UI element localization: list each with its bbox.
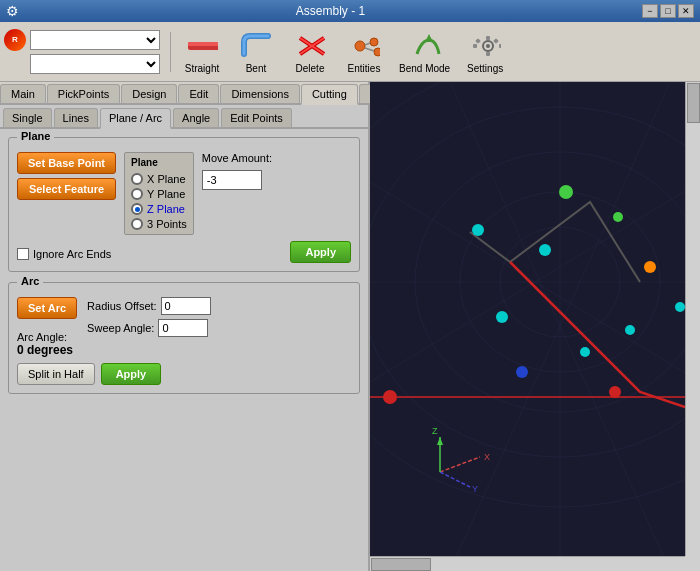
arc-angle-section: Arc Angle: 0 degrees [17,331,77,357]
radio-x-plane[interactable]: X Plane [131,173,187,185]
svg-line-10 [365,48,374,51]
tab-edit[interactable]: Edit [178,84,219,103]
move-amount-input[interactable] [202,170,262,190]
canvas-area: X Y Z [370,82,700,571]
toolbar-left: R [4,29,160,75]
tab-dimensions[interactable]: Dimensions [220,84,299,103]
radio-3-points[interactable]: 3 Points [131,218,187,230]
tab-main[interactable]: Main [0,84,46,103]
toolbar-dropdown-1[interactable] [30,30,160,50]
straight-button[interactable]: Straight [177,28,227,76]
scroll-thumb-h[interactable] [371,558,431,571]
bend-mode-button[interactable]: Bend Mode [393,28,456,76]
split-in-half-button[interactable]: Split in Half [17,363,95,385]
bent-button[interactable]: Bent [231,28,281,76]
svg-marker-11 [425,34,433,42]
arc-buttons: Split in Half Apply [17,363,351,385]
svg-text:X: X [484,452,490,462]
close-button[interactable]: ✕ [678,4,694,18]
svg-rect-14 [486,36,490,40]
window-controls: − □ ✕ [642,4,694,18]
app-logo: R [4,29,26,51]
radius-offset-label: Radius Offset: [87,300,157,312]
svg-rect-20 [370,82,700,571]
radio-z-label: Z Plane [147,203,185,215]
ignore-arc-ends-label: Ignore Arc Ends [33,248,111,260]
scroll-thumb-v[interactable] [687,83,700,123]
entities-label: Entities [348,63,381,74]
delete-label: Delete [296,63,325,74]
radio-3-label: 3 Points [147,218,187,230]
subtab-bar: Single Lines Plane / Arc Angle Edit Poin… [0,105,368,129]
subtab-angle[interactable]: Angle [173,108,219,127]
bend-mode-label: Bend Mode [399,63,450,74]
minimize-button[interactable]: − [642,4,658,18]
settings-button[interactable]: Settings [460,28,510,76]
arc-group-title: Arc [17,275,43,287]
radio-y-plane[interactable]: Y Plane [131,188,187,200]
svg-rect-17 [499,44,501,48]
radio-3-dot [131,218,143,230]
subtab-lines[interactable]: Lines [54,108,98,127]
canvas-svg: X Y Z [370,82,700,571]
arc-right: Radius Offset: Sweep Angle: [87,297,211,337]
set-base-point-button[interactable]: Set Base Point [17,152,116,174]
svg-rect-18 [475,38,481,44]
svg-point-9 [374,48,380,56]
plane-buttons: Set Base Point Select Feature [17,152,116,235]
radio-z-plane[interactable]: Z Plane [131,203,187,215]
main-area: Main PickPoints Design Edit Dimensions C… [0,82,700,571]
svg-line-8 [365,43,370,45]
arc-angle-value: 0 degrees [17,343,77,357]
scrollbar-horizontal[interactable] [370,556,685,571]
point-6 [675,302,685,312]
radius-offset-row: Radius Offset: [87,297,211,315]
subtab-single[interactable]: Single [3,108,52,127]
point-7 [559,185,573,199]
plane-group: Plane Set Base Point Select Feature Plan… [8,137,360,272]
svg-point-7 [370,38,378,46]
entities-button[interactable]: Entities [339,28,389,76]
sweep-angle-row: Sweep Angle: [87,319,211,337]
move-amount-label: Move Amount: [202,152,272,164]
toolbar-dropdown-2[interactable] [30,54,160,74]
radius-offset-input[interactable] [161,297,211,315]
straight-label: Straight [185,63,219,74]
tab-cutting[interactable]: Cutting [301,84,358,105]
point-4 [580,347,590,357]
svg-text:Z: Z [432,426,438,436]
point-8 [613,212,623,222]
plane-group-title: Plane [17,130,54,142]
settings-label: Settings [467,63,503,74]
bent-label: Bent [246,63,267,74]
point-9 [516,366,528,378]
arc-left: Set Arc Arc Angle: 0 degrees [17,297,77,357]
bent-icon [240,30,272,62]
title-bar: ⚙ Assembly - 1 − □ ✕ [0,0,700,22]
svg-rect-16 [473,44,477,48]
delete-icon [294,30,326,62]
left-panel: Main PickPoints Design Edit Dimensions C… [0,82,370,571]
toolbar: R Straight Bent [0,22,700,82]
point-2 [539,244,551,256]
scrollbar-vertical[interactable] [685,82,700,556]
point-11 [383,390,397,404]
subtab-edit-points[interactable]: Edit Points [221,108,292,127]
svg-rect-1 [188,42,218,46]
entities-icon [348,30,380,62]
delete-button[interactable]: Delete [285,28,335,76]
arc-apply-button[interactable]: Apply [101,363,162,385]
ignore-arc-ends-checkbox[interactable] [17,248,29,260]
select-feature-button[interactable]: Select Feature [17,178,116,200]
tab-pickpoints[interactable]: PickPoints [47,84,120,103]
sweep-angle-input[interactable] [158,319,208,337]
radio-z-dot [131,203,143,215]
subtab-plane-arc[interactable]: Plane / Arc [100,108,171,129]
maximize-button[interactable]: □ [660,4,676,18]
plane-apply-button[interactable]: Apply [290,241,351,263]
radio-x-label: X Plane [147,173,186,185]
svg-rect-15 [486,52,490,56]
plane-radio-title: Plane [131,157,187,168]
tab-design[interactable]: Design [121,84,177,103]
set-arc-button[interactable]: Set Arc [17,297,77,319]
